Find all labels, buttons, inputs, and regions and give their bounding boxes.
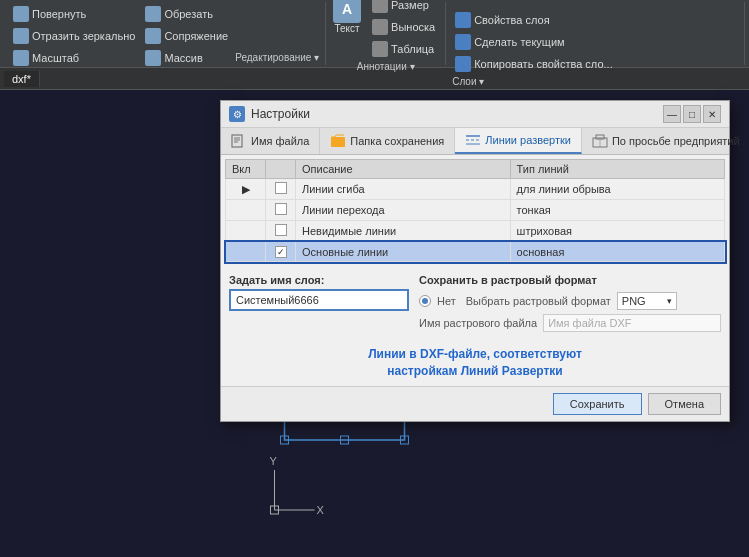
tab-enterprise[interactable]: По просьбе предприятий	[582, 128, 749, 154]
dialog-footer: Сохранить Отмена	[221, 386, 729, 421]
ribbon-group-annot: A Текст Размер Выноска Таблица Анн	[326, 2, 446, 65]
make-current-button[interactable]: Сделать текущим	[452, 32, 616, 52]
raster-section: Сохранить в растровый формат Нет Выбрать…	[419, 274, 721, 332]
table-row[interactable]: Линии перехода тонкая	[226, 200, 725, 221]
dimension-button[interactable]: Размер	[369, 0, 438, 15]
no-raster-label: Нет	[437, 295, 456, 307]
leader-button[interactable]: Выноска	[369, 17, 438, 37]
layer-name-input[interactable]	[229, 289, 409, 311]
svg-text:X: X	[317, 504, 325, 516]
format-dropdown[interactable]: PNG ▾	[617, 292, 677, 310]
tab-save-folder[interactable]: Папка сохранения	[320, 128, 455, 154]
col-header-check	[266, 160, 296, 179]
checkbox-row0[interactable]	[275, 182, 287, 194]
dialog-tabs: Имя файла Папка сохранения Линии разверт…	[221, 128, 729, 155]
tab-dxf[interactable]: dxf*	[4, 71, 40, 87]
col-header-enabled: Вкл	[226, 160, 266, 179]
save-button[interactable]: Сохранить	[553, 393, 642, 415]
cancel-button[interactable]: Отмена	[648, 393, 721, 415]
tab-lines[interactable]: Линии развертки	[455, 128, 582, 154]
svg-rect-27	[331, 137, 345, 147]
raster-radio[interactable]	[419, 295, 431, 307]
dialog-titlebar: ⚙ Настройки — □ ✕	[221, 101, 729, 128]
ribbon-group-layers: Системный6666 ▾ Свойства слоя Сделать те…	[446, 2, 745, 65]
minimize-button[interactable]: —	[663, 105, 681, 123]
maximize-button[interactable]: □	[683, 105, 701, 123]
array-button[interactable]: Массив	[142, 48, 231, 68]
dialog-title-icon: ⚙	[229, 106, 245, 122]
tab-filename[interactable]: Имя файла	[221, 128, 320, 154]
copy-props-button[interactable]: Копировать свойства сло...	[452, 54, 616, 74]
canvas-area: Y X Col ⚙ Настройки — □ ✕	[0, 90, 749, 557]
scale-button[interactable]: Масштаб	[10, 48, 138, 68]
table-row[interactable]: ✓ Основные линии основная	[226, 242, 725, 262]
filename-input[interactable]: Имя файла DXF	[543, 314, 721, 332]
table-row[interactable]: Невидимые линии штриховая	[226, 221, 725, 242]
fillet-button[interactable]: Сопряжение	[142, 26, 231, 46]
col-header-description: Описание	[296, 160, 511, 179]
raster-title: Сохранить в растровый формат	[419, 274, 721, 286]
settings-dialog: ⚙ Настройки — □ ✕ Имя файла Папка со	[220, 100, 730, 422]
layer-name-label: Задать имя слоя:	[229, 274, 409, 286]
svg-text:Y: Y	[270, 455, 278, 467]
checkbox-row1[interactable]	[275, 203, 287, 215]
checkbox-row3[interactable]: ✓	[275, 246, 287, 258]
dialog-title-text: Настройки	[251, 107, 310, 121]
ribbon: Повернуть Отразить зеркально Масштаб Обр…	[0, 0, 749, 68]
table-button[interactable]: Таблица	[369, 39, 438, 59]
rotate-button[interactable]: Повернуть	[10, 4, 138, 24]
col-header-linetype: Тип линий	[510, 160, 724, 179]
dialog-bottom: Задать имя слоя: Сохранить в растровый ф…	[221, 266, 729, 340]
info-text: Линии в DXF-файле, соответствуютнастройк…	[221, 340, 729, 386]
layer-props-button[interactable]: Свойства слоя	[452, 10, 616, 30]
table-wrapper: Вкл Описание Тип линий ▶	[221, 155, 729, 266]
format-label: Выбрать растровый формат	[466, 295, 611, 307]
layer-name-section: Задать имя слоя:	[229, 274, 409, 332]
svg-rect-23	[232, 135, 242, 147]
trim-button[interactable]: Обрезать	[142, 4, 231, 24]
close-button[interactable]: ✕	[703, 105, 721, 123]
filename-label: Имя растрового файла	[419, 317, 537, 329]
table-row[interactable]: ▶ Линии сгиба для линии обрыва	[226, 179, 725, 200]
text-button[interactable]: A Текст	[333, 0, 361, 34]
checkbox-row2[interactable]	[275, 224, 287, 236]
ribbon-group-edit: Повернуть Отразить зеркально Масштаб Обр…	[4, 2, 326, 65]
mirror-button[interactable]: Отразить зеркально	[10, 26, 138, 46]
